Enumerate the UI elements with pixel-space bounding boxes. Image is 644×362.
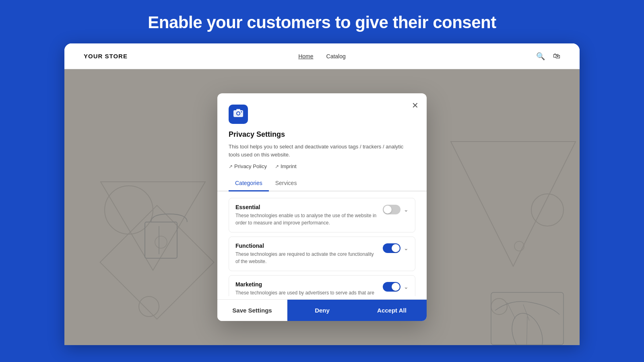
essential-title: Essential (235, 204, 378, 210)
consent-item-functional-text: Functional These technologies are requir… (235, 243, 378, 265)
modal-footer: Save Settings Deny Accept All (217, 299, 427, 321)
marketing-toggle-knob (392, 283, 400, 291)
store-hero: Inay Use ov . Select ✕ (64, 69, 580, 345)
marketing-desc: These technologies are used by advertise… (235, 289, 378, 296)
brand-icon (233, 108, 244, 118)
cart-icon[interactable]: 🛍 (553, 52, 560, 60)
modal-links: ↗ Privacy Policy ↗ Imprint (229, 163, 415, 169)
modal-overlay: ✕ (64, 69, 580, 345)
imprint-label: Imprint (281, 163, 297, 169)
svg-rect-21 (236, 109, 240, 111)
functional-controls: ⌄ (383, 243, 409, 253)
page-header: Enable your customers to give their cons… (0, 0, 644, 43)
privacy-modal: ✕ (217, 93, 427, 321)
essential-desc: These technologies enable us to analyse … (235, 212, 378, 226)
link-icon-imprint: ↗ (275, 164, 279, 169)
marketing-title: Marketing (235, 281, 378, 288)
consent-item-functional: Functional These technologies are requir… (229, 237, 415, 271)
store-nav-links: Home Catalog (298, 53, 346, 60)
modal-logo-icon (233, 108, 244, 120)
essential-chevron[interactable]: ⌄ (404, 206, 409, 213)
consent-item-marketing: Marketing These technologies are used by… (229, 275, 415, 296)
search-icon[interactable]: 🔍 (536, 52, 545, 61)
modal-title: Privacy Settings (229, 130, 415, 139)
privacy-policy-label: Privacy Policy (234, 163, 267, 169)
marketing-controls: ⌄ (383, 282, 409, 292)
svg-point-22 (241, 111, 242, 113)
consent-item-essential: Essential These technologies enable us t… (229, 198, 415, 232)
modal-tabs: Categories Services (217, 176, 427, 191)
marketing-toggle[interactable] (383, 282, 400, 292)
browser-frame: YOUR STORE Home Catalog 🔍 🛍 (64, 43, 580, 345)
essential-controls: ⌄ (383, 205, 409, 214)
functional-toggle[interactable] (383, 243, 400, 253)
nav-link-home[interactable]: Home (298, 53, 313, 60)
storefront: YOUR STORE Home Catalog 🔍 🛍 (64, 43, 580, 345)
store-logo: YOUR STORE (84, 53, 128, 60)
tab-services[interactable]: Services (269, 176, 303, 191)
functional-title: Functional (235, 243, 378, 249)
modal-logo (229, 105, 248, 124)
functional-toggle-knob (392, 244, 400, 252)
page-headline: Enable your customers to give their cons… (0, 13, 644, 32)
consent-item-essential-text: Essential These technologies enable us t… (235, 204, 378, 226)
modal-description: This tool helps you to select and deacti… (229, 143, 415, 158)
functional-chevron[interactable]: ⌄ (404, 245, 409, 251)
nav-link-catalog[interactable]: Catalog (326, 53, 346, 60)
store-nav: YOUR STORE Home Catalog 🔍 🛍 (64, 43, 580, 69)
accept-all-button[interactable]: Accept All (357, 300, 427, 321)
modal-content: Essential These technologies enable us t… (229, 191, 415, 296)
modal-body: Privacy Settings This tool helps you to … (217, 93, 427, 296)
essential-toggle[interactable] (383, 205, 400, 214)
consent-item-marketing-text: Marketing These technologies are used by… (235, 281, 378, 296)
imprint-link[interactable]: ↗ Imprint (275, 163, 297, 169)
save-settings-button[interactable]: Save Settings (217, 300, 287, 321)
privacy-policy-link[interactable]: ↗ Privacy Policy (229, 163, 267, 169)
deny-button[interactable]: Deny (287, 300, 357, 321)
store-nav-icons: 🔍 🛍 (536, 52, 560, 61)
modal-close-button[interactable]: ✕ (410, 100, 420, 111)
svg-point-20 (237, 112, 239, 115)
tab-categories[interactable]: Categories (229, 176, 269, 191)
marketing-chevron[interactable]: ⌄ (404, 284, 409, 290)
essential-toggle-knob (384, 206, 392, 214)
functional-desc: These technologies are required to activ… (235, 251, 378, 265)
link-icon-privacy: ↗ (229, 164, 233, 169)
